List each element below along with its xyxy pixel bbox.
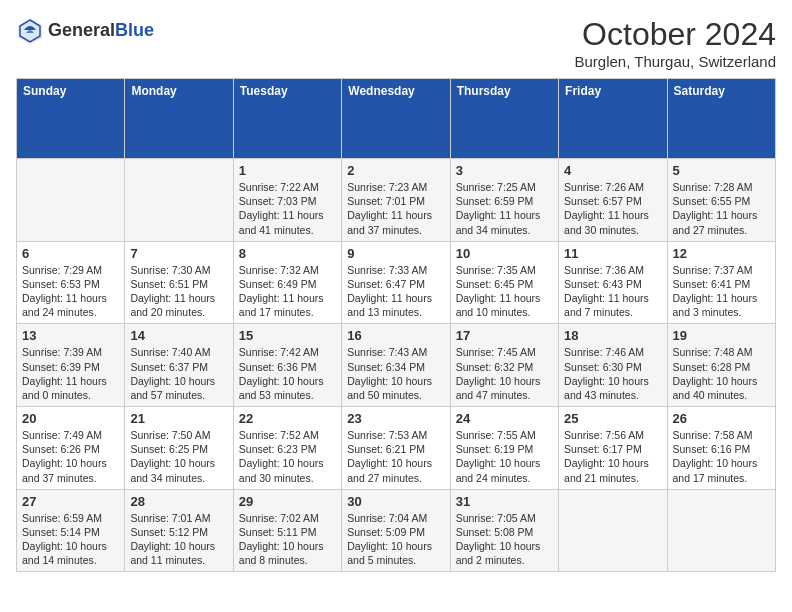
location-subtitle: Burglen, Thurgau, Switzerland [574,53,776,70]
cell-date-number: 17 [456,328,553,343]
cell-sun-info: Sunrise: 7:46 AM Sunset: 6:30 PM Dayligh… [564,345,661,402]
cell-date-number: 22 [239,411,336,426]
calendar-cell[interactable]: 28Sunrise: 7:01 AM Sunset: 5:12 PM Dayli… [125,489,233,572]
cell-date-number: 23 [347,411,444,426]
cell-sun-info: Sunrise: 6:59 AM Sunset: 5:14 PM Dayligh… [22,511,119,568]
cell-date-number: 8 [239,246,336,261]
cell-date-number: 10 [456,246,553,261]
cell-sun-info: Sunrise: 7:35 AM Sunset: 6:45 PM Dayligh… [456,263,553,320]
cell-sun-info: Sunrise: 7:32 AM Sunset: 6:49 PM Dayligh… [239,263,336,320]
calendar-table: SundayMondayTuesdayWednesdayThursdayFrid… [16,78,776,572]
cell-date-number: 27 [22,494,119,509]
calendar-cell[interactable]: 19Sunrise: 7:48 AM Sunset: 6:28 PM Dayli… [667,324,775,407]
calendar-cell[interactable]: 8Sunrise: 7:32 AM Sunset: 6:49 PM Daylig… [233,241,341,324]
logo-text: GeneralBlue [48,20,154,41]
calendar-cell[interactable]: 13Sunrise: 7:39 AM Sunset: 6:39 PM Dayli… [17,324,125,407]
calendar-cell [125,159,233,242]
cell-date-number: 18 [564,328,661,343]
calendar-cell[interactable]: 22Sunrise: 7:52 AM Sunset: 6:23 PM Dayli… [233,407,341,490]
cell-sun-info: Sunrise: 7:37 AM Sunset: 6:41 PM Dayligh… [673,263,770,320]
calendar-cell [559,489,667,572]
calendar-cell[interactable]: 12Sunrise: 7:37 AM Sunset: 6:41 PM Dayli… [667,241,775,324]
cell-sun-info: Sunrise: 7:36 AM Sunset: 6:43 PM Dayligh… [564,263,661,320]
cell-date-number: 3 [456,163,553,178]
cell-sun-info: Sunrise: 7:25 AM Sunset: 6:59 PM Dayligh… [456,180,553,237]
cell-sun-info: Sunrise: 7:58 AM Sunset: 6:16 PM Dayligh… [673,428,770,485]
calendar-cell[interactable]: 26Sunrise: 7:58 AM Sunset: 6:16 PM Dayli… [667,407,775,490]
cell-date-number: 15 [239,328,336,343]
cell-sun-info: Sunrise: 7:02 AM Sunset: 5:11 PM Dayligh… [239,511,336,568]
calendar-cell[interactable]: 11Sunrise: 7:36 AM Sunset: 6:43 PM Dayli… [559,241,667,324]
cell-date-number: 2 [347,163,444,178]
calendar-cell[interactable]: 5Sunrise: 7:28 AM Sunset: 6:55 PM Daylig… [667,159,775,242]
calendar-cell[interactable]: 4Sunrise: 7:26 AM Sunset: 6:57 PM Daylig… [559,159,667,242]
cell-date-number: 12 [673,246,770,261]
cell-sun-info: Sunrise: 7:49 AM Sunset: 6:26 PM Dayligh… [22,428,119,485]
calendar-cell[interactable]: 31Sunrise: 7:05 AM Sunset: 5:08 PM Dayli… [450,489,558,572]
cell-sun-info: Sunrise: 7:50 AM Sunset: 6:25 PM Dayligh… [130,428,227,485]
cell-date-number: 4 [564,163,661,178]
calendar-cell[interactable]: 24Sunrise: 7:55 AM Sunset: 6:19 PM Dayli… [450,407,558,490]
calendar-week-row: 27Sunrise: 6:59 AM Sunset: 5:14 PM Dayli… [17,489,776,572]
cell-date-number: 1 [239,163,336,178]
calendar-cell[interactable]: 21Sunrise: 7:50 AM Sunset: 6:25 PM Dayli… [125,407,233,490]
logo-blue: Blue [115,20,154,40]
calendar-week-row: 1Sunrise: 7:22 AM Sunset: 7:03 PM Daylig… [17,159,776,242]
cell-date-number: 16 [347,328,444,343]
cell-sun-info: Sunrise: 7:29 AM Sunset: 6:53 PM Dayligh… [22,263,119,320]
month-year-title: October 2024 [574,16,776,53]
calendar-cell[interactable]: 10Sunrise: 7:35 AM Sunset: 6:45 PM Dayli… [450,241,558,324]
cell-sun-info: Sunrise: 7:53 AM Sunset: 6:21 PM Dayligh… [347,428,444,485]
cell-date-number: 28 [130,494,227,509]
calendar-cell[interactable]: 29Sunrise: 7:02 AM Sunset: 5:11 PM Dayli… [233,489,341,572]
cell-sun-info: Sunrise: 7:26 AM Sunset: 6:57 PM Dayligh… [564,180,661,237]
calendar-cell[interactable]: 23Sunrise: 7:53 AM Sunset: 6:21 PM Dayli… [342,407,450,490]
calendar-cell[interactable]: 3Sunrise: 7:25 AM Sunset: 6:59 PM Daylig… [450,159,558,242]
day-header-saturday: Saturday [667,79,775,159]
cell-sun-info: Sunrise: 7:39 AM Sunset: 6:39 PM Dayligh… [22,345,119,402]
calendar-week-row: 6Sunrise: 7:29 AM Sunset: 6:53 PM Daylig… [17,241,776,324]
calendar-cell[interactable]: 17Sunrise: 7:45 AM Sunset: 6:32 PM Dayli… [450,324,558,407]
calendar-cell [667,489,775,572]
cell-date-number: 30 [347,494,444,509]
calendar-cell[interactable]: 1Sunrise: 7:22 AM Sunset: 7:03 PM Daylig… [233,159,341,242]
cell-date-number: 25 [564,411,661,426]
cell-date-number: 7 [130,246,227,261]
cell-sun-info: Sunrise: 7:52 AM Sunset: 6:23 PM Dayligh… [239,428,336,485]
calendar-cell[interactable]: 20Sunrise: 7:49 AM Sunset: 6:26 PM Dayli… [17,407,125,490]
calendar-cell[interactable]: 18Sunrise: 7:46 AM Sunset: 6:30 PM Dayli… [559,324,667,407]
cell-date-number: 31 [456,494,553,509]
day-header-sunday: Sunday [17,79,125,159]
title-block: October 2024 Burglen, Thurgau, Switzerla… [574,16,776,70]
cell-date-number: 29 [239,494,336,509]
cell-date-number: 20 [22,411,119,426]
logo: GeneralBlue [16,16,154,44]
calendar-cell[interactable]: 9Sunrise: 7:33 AM Sunset: 6:47 PM Daylig… [342,241,450,324]
cell-sun-info: Sunrise: 7:42 AM Sunset: 6:36 PM Dayligh… [239,345,336,402]
cell-sun-info: Sunrise: 7:40 AM Sunset: 6:37 PM Dayligh… [130,345,227,402]
calendar-cell[interactable]: 15Sunrise: 7:42 AM Sunset: 6:36 PM Dayli… [233,324,341,407]
calendar-cell[interactable]: 6Sunrise: 7:29 AM Sunset: 6:53 PM Daylig… [17,241,125,324]
cell-sun-info: Sunrise: 7:22 AM Sunset: 7:03 PM Dayligh… [239,180,336,237]
cell-date-number: 24 [456,411,553,426]
calendar-cell[interactable]: 30Sunrise: 7:04 AM Sunset: 5:09 PM Dayli… [342,489,450,572]
cell-sun-info: Sunrise: 7:55 AM Sunset: 6:19 PM Dayligh… [456,428,553,485]
calendar-cell[interactable]: 16Sunrise: 7:43 AM Sunset: 6:34 PM Dayli… [342,324,450,407]
calendar-cell[interactable]: 14Sunrise: 7:40 AM Sunset: 6:37 PM Dayli… [125,324,233,407]
cell-date-number: 13 [22,328,119,343]
day-header-tuesday: Tuesday [233,79,341,159]
cell-sun-info: Sunrise: 7:56 AM Sunset: 6:17 PM Dayligh… [564,428,661,485]
calendar-cell[interactable]: 25Sunrise: 7:56 AM Sunset: 6:17 PM Dayli… [559,407,667,490]
cell-sun-info: Sunrise: 7:45 AM Sunset: 6:32 PM Dayligh… [456,345,553,402]
calendar-header-row: SundayMondayTuesdayWednesdayThursdayFrid… [17,79,776,159]
cell-sun-info: Sunrise: 7:05 AM Sunset: 5:08 PM Dayligh… [456,511,553,568]
calendar-cell[interactable]: 27Sunrise: 6:59 AM Sunset: 5:14 PM Dayli… [17,489,125,572]
calendar-cell [17,159,125,242]
calendar-cell[interactable]: 2Sunrise: 7:23 AM Sunset: 7:01 PM Daylig… [342,159,450,242]
cell-sun-info: Sunrise: 7:33 AM Sunset: 6:47 PM Dayligh… [347,263,444,320]
calendar-week-row: 20Sunrise: 7:49 AM Sunset: 6:26 PM Dayli… [17,407,776,490]
calendar-week-row: 13Sunrise: 7:39 AM Sunset: 6:39 PM Dayli… [17,324,776,407]
day-header-monday: Monday [125,79,233,159]
cell-sun-info: Sunrise: 7:01 AM Sunset: 5:12 PM Dayligh… [130,511,227,568]
calendar-cell[interactable]: 7Sunrise: 7:30 AM Sunset: 6:51 PM Daylig… [125,241,233,324]
